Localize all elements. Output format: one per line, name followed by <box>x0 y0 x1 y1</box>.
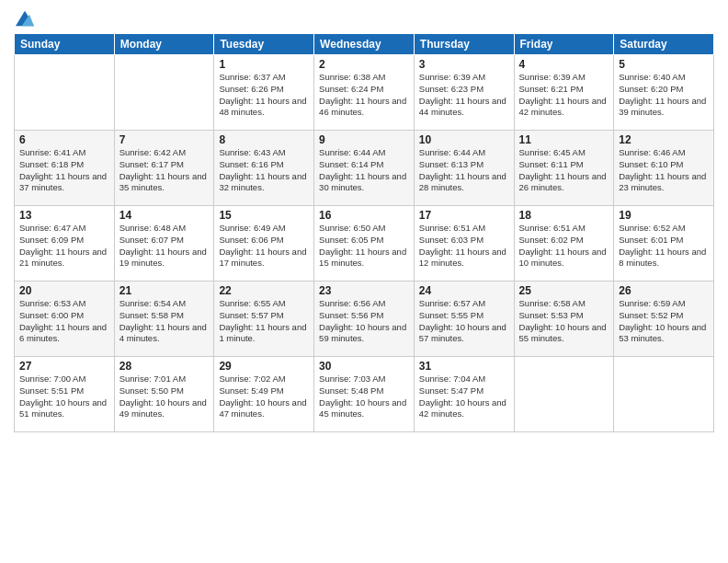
day-number: 2 <box>319 58 409 71</box>
calendar-cell: 16Sunrise: 6:50 AM Sunset: 6:05 PM Dayli… <box>314 206 415 282</box>
day-detail: Sunrise: 7:02 AM Sunset: 5:49 PM Dayligh… <box>219 373 309 420</box>
day-number: 14 <box>119 209 210 222</box>
day-number: 11 <box>519 133 609 146</box>
day-number: 18 <box>519 209 609 222</box>
day-number: 24 <box>419 284 509 297</box>
calendar-cell: 28Sunrise: 7:01 AM Sunset: 5:50 PM Dayli… <box>114 357 214 432</box>
calendar-cell: 9Sunrise: 6:44 AM Sunset: 6:14 PM Daylig… <box>314 131 415 206</box>
day-detail: Sunrise: 6:57 AM Sunset: 5:55 PM Dayligh… <box>419 298 509 345</box>
day-number: 12 <box>619 133 709 146</box>
day-detail: Sunrise: 6:37 AM Sunset: 6:26 PM Dayligh… <box>219 72 309 119</box>
calendar-week-5: 27Sunrise: 7:00 AM Sunset: 5:51 PM Dayli… <box>15 357 714 432</box>
day-detail: Sunrise: 6:53 AM Sunset: 6:00 PM Dayligh… <box>19 298 109 345</box>
calendar-header-saturday: Saturday <box>614 34 714 55</box>
calendar-cell: 8Sunrise: 6:43 AM Sunset: 6:16 PM Daylig… <box>214 131 314 206</box>
day-number: 23 <box>319 284 409 297</box>
calendar-header-friday: Friday <box>514 34 614 55</box>
calendar-cell <box>15 55 115 131</box>
day-number: 31 <box>419 360 509 373</box>
calendar-cell: 31Sunrise: 7:04 AM Sunset: 5:47 PM Dayli… <box>414 357 514 432</box>
calendar-week-2: 6Sunrise: 6:41 AM Sunset: 6:18 PM Daylig… <box>15 131 714 206</box>
page: SundayMondayTuesdayWednesdayThursdayFrid… <box>0 0 728 563</box>
calendar-cell: 26Sunrise: 6:59 AM Sunset: 5:52 PM Dayli… <box>614 282 714 357</box>
day-number: 29 <box>219 360 309 373</box>
calendar-week-1: 1Sunrise: 6:37 AM Sunset: 6:26 PM Daylig… <box>15 55 714 131</box>
day-detail: Sunrise: 7:03 AM Sunset: 5:48 PM Dayligh… <box>319 373 409 420</box>
calendar-cell: 22Sunrise: 6:55 AM Sunset: 5:57 PM Dayli… <box>214 282 314 357</box>
day-detail: Sunrise: 6:58 AM Sunset: 5:53 PM Dayligh… <box>519 298 609 345</box>
day-number: 30 <box>319 360 409 373</box>
calendar: SundayMondayTuesdayWednesdayThursdayFrid… <box>14 33 714 432</box>
day-number: 6 <box>19 133 109 146</box>
day-detail: Sunrise: 6:48 AM Sunset: 6:07 PM Dayligh… <box>119 223 210 270</box>
day-detail: Sunrise: 6:52 AM Sunset: 6:01 PM Dayligh… <box>619 223 709 270</box>
calendar-cell: 1Sunrise: 6:37 AM Sunset: 6:26 PM Daylig… <box>214 55 314 131</box>
day-detail: Sunrise: 6:39 AM Sunset: 6:23 PM Dayligh… <box>419 72 509 119</box>
day-detail: Sunrise: 7:01 AM Sunset: 5:50 PM Dayligh… <box>119 373 210 420</box>
calendar-cell: 13Sunrise: 6:47 AM Sunset: 6:09 PM Dayli… <box>15 206 115 282</box>
calendar-cell: 19Sunrise: 6:52 AM Sunset: 6:01 PM Dayli… <box>614 206 714 282</box>
day-number: 9 <box>319 133 409 146</box>
calendar-cell <box>614 357 714 432</box>
day-number: 21 <box>119 284 210 297</box>
day-detail: Sunrise: 6:41 AM Sunset: 6:18 PM Dayligh… <box>19 147 109 194</box>
day-number: 1 <box>219 58 309 71</box>
day-detail: Sunrise: 6:59 AM Sunset: 5:52 PM Dayligh… <box>619 298 709 345</box>
day-detail: Sunrise: 6:51 AM Sunset: 6:03 PM Dayligh… <box>419 223 509 270</box>
calendar-cell: 18Sunrise: 6:51 AM Sunset: 6:02 PM Dayli… <box>514 206 614 282</box>
calendar-header-thursday: Thursday <box>414 34 514 55</box>
day-detail: Sunrise: 7:00 AM Sunset: 5:51 PM Dayligh… <box>19 373 109 420</box>
calendar-cell: 10Sunrise: 6:44 AM Sunset: 6:13 PM Dayli… <box>414 131 514 206</box>
calendar-cell: 6Sunrise: 6:41 AM Sunset: 6:18 PM Daylig… <box>15 131 115 206</box>
calendar-cell: 7Sunrise: 6:42 AM Sunset: 6:17 PM Daylig… <box>114 131 214 206</box>
day-number: 7 <box>119 133 210 146</box>
day-detail: Sunrise: 6:38 AM Sunset: 6:24 PM Dayligh… <box>319 72 409 119</box>
calendar-header-row: SundayMondayTuesdayWednesdayThursdayFrid… <box>15 34 714 55</box>
day-detail: Sunrise: 6:46 AM Sunset: 6:10 PM Dayligh… <box>619 147 709 194</box>
day-detail: Sunrise: 6:49 AM Sunset: 6:06 PM Dayligh… <box>219 223 309 270</box>
calendar-cell: 30Sunrise: 7:03 AM Sunset: 5:48 PM Dayli… <box>314 357 415 432</box>
day-detail: Sunrise: 6:56 AM Sunset: 5:56 PM Dayligh… <box>319 298 409 345</box>
calendar-cell: 4Sunrise: 6:39 AM Sunset: 6:21 PM Daylig… <box>514 55 614 131</box>
day-number: 26 <box>619 284 709 297</box>
calendar-cell: 12Sunrise: 6:46 AM Sunset: 6:10 PM Dayli… <box>614 131 714 206</box>
calendar-cell: 25Sunrise: 6:58 AM Sunset: 5:53 PM Dayli… <box>514 282 614 357</box>
calendar-cell: 3Sunrise: 6:39 AM Sunset: 6:23 PM Daylig… <box>414 55 514 131</box>
day-detail: Sunrise: 6:40 AM Sunset: 6:20 PM Dayligh… <box>619 72 709 119</box>
calendar-header-monday: Monday <box>114 34 214 55</box>
calendar-cell <box>114 55 214 131</box>
day-number: 13 <box>19 209 109 222</box>
calendar-cell: 27Sunrise: 7:00 AM Sunset: 5:51 PM Dayli… <box>15 357 115 432</box>
calendar-cell: 29Sunrise: 7:02 AM Sunset: 5:49 PM Dayli… <box>214 357 314 432</box>
day-number: 3 <box>419 58 509 71</box>
calendar-header-tuesday: Tuesday <box>214 34 314 55</box>
logo-icon <box>16 9 34 28</box>
day-number: 27 <box>19 360 109 373</box>
day-detail: Sunrise: 6:55 AM Sunset: 5:57 PM Dayligh… <box>219 298 309 345</box>
calendar-cell <box>514 357 614 432</box>
day-number: 4 <box>519 58 609 71</box>
day-number: 17 <box>419 209 509 222</box>
day-number: 15 <box>219 209 309 222</box>
calendar-cell: 14Sunrise: 6:48 AM Sunset: 6:07 PM Dayli… <box>114 206 214 282</box>
day-number: 20 <box>19 284 109 297</box>
day-detail: Sunrise: 6:39 AM Sunset: 6:21 PM Dayligh… <box>519 72 609 119</box>
day-number: 8 <box>219 133 309 146</box>
day-detail: Sunrise: 6:44 AM Sunset: 6:13 PM Dayligh… <box>419 147 509 194</box>
day-detail: Sunrise: 6:50 AM Sunset: 6:05 PM Dayligh… <box>319 223 409 270</box>
day-detail: Sunrise: 6:45 AM Sunset: 6:11 PM Dayligh… <box>519 147 609 194</box>
day-number: 16 <box>319 209 409 222</box>
calendar-cell: 17Sunrise: 6:51 AM Sunset: 6:03 PM Dayli… <box>414 206 514 282</box>
calendar-cell: 11Sunrise: 6:45 AM Sunset: 6:11 PM Dayli… <box>514 131 614 206</box>
calendar-header-sunday: Sunday <box>15 34 115 55</box>
day-detail: Sunrise: 6:42 AM Sunset: 6:17 PM Dayligh… <box>119 147 210 194</box>
day-detail: Sunrise: 6:43 AM Sunset: 6:16 PM Dayligh… <box>219 147 309 194</box>
calendar-cell: 20Sunrise: 6:53 AM Sunset: 6:00 PM Dayli… <box>15 282 115 357</box>
calendar-cell: 5Sunrise: 6:40 AM Sunset: 6:20 PM Daylig… <box>614 55 714 131</box>
calendar-week-3: 13Sunrise: 6:47 AM Sunset: 6:09 PM Dayli… <box>15 206 714 282</box>
day-detail: Sunrise: 6:51 AM Sunset: 6:02 PM Dayligh… <box>519 223 609 270</box>
day-number: 22 <box>219 284 309 297</box>
day-detail: Sunrise: 6:47 AM Sunset: 6:09 PM Dayligh… <box>19 223 109 270</box>
day-detail: Sunrise: 6:44 AM Sunset: 6:14 PM Dayligh… <box>319 147 409 194</box>
day-number: 5 <box>619 58 709 71</box>
